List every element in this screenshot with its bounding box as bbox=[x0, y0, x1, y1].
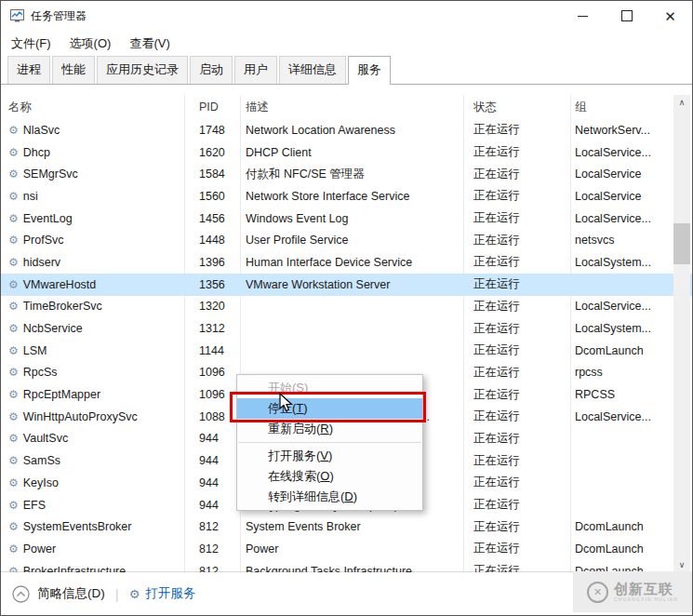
service-gear-icon: ⚙ bbox=[8, 521, 19, 532]
mouse-cursor bbox=[279, 393, 294, 417]
service-row-SystemEventsBroker[interactable]: ⚙SystemEventsBroker812System Events Brok… bbox=[1, 516, 692, 538]
service-row-NlaSvc[interactable]: ⚙NlaSvc1748Network Location Awareness正在运… bbox=[1, 119, 692, 141]
service-name: ⚙BrokerInfrastructure bbox=[1, 565, 184, 572]
tab-6-active[interactable]: 服务 bbox=[348, 56, 391, 85]
service-desc: System Events Broker bbox=[240, 520, 463, 533]
context-menu-item-D[interactable]: 转到详细信息(D) bbox=[237, 487, 422, 507]
service-status: 正在运行 bbox=[463, 497, 570, 513]
service-gear-icon: ⚙ bbox=[8, 566, 19, 572]
service-row-ProfSvc[interactable]: ⚙ProfSvc1448User Profile Service正在运行nets… bbox=[1, 229, 692, 251]
column-header-pid[interactable]: ∨PID bbox=[184, 100, 240, 114]
service-name: ⚙EFS bbox=[1, 499, 184, 512]
open-services-link[interactable]: ⚙ 打开服务 bbox=[129, 585, 196, 602]
service-group: LocalService bbox=[570, 167, 673, 181]
service-row-hidserv[interactable]: ⚙hidserv1396Human Interface Device Servi… bbox=[1, 251, 692, 274]
service-row-SEMgrSvc[interactable]: ⚙SEMgrSvc1584付款和 NFC/SE 管理器正在运行LocalServ… bbox=[1, 163, 692, 185]
menu-item-0[interactable]: 文件(F) bbox=[11, 35, 51, 52]
service-name: ⚙SEMgrSvc bbox=[1, 167, 184, 181]
service-row-LSM[interactable]: ⚙LSM1144正在运行DcomLaunch bbox=[1, 340, 692, 362]
service-row-VMwareHostd[interactable]: ⚙VMwareHostd1356VMware Workstation Serve… bbox=[1, 274, 692, 296]
service-pid: 1620 bbox=[184, 146, 240, 159]
service-name: ⚙NcbService bbox=[1, 322, 184, 335]
column-header-name[interactable]: 名称 bbox=[1, 100, 184, 115]
service-status: 正在运行 bbox=[463, 342, 570, 358]
service-desc: DHCP Client bbox=[240, 146, 463, 159]
service-pid: 1144 bbox=[184, 344, 240, 357]
column-header-status[interactable]: 状态 bbox=[463, 100, 570, 115]
services-gear-icon: ⚙ bbox=[129, 588, 140, 600]
service-status: 正在运行 bbox=[463, 563, 570, 572]
service-row-NcbService[interactable]: ⚙NcbService1312正在运行LocalSystem... bbox=[1, 317, 692, 340]
close-button[interactable]: ✕ bbox=[648, 1, 692, 31]
maximize-button[interactable] bbox=[605, 1, 648, 31]
context-menu-item-V[interactable]: 打开服务(V) bbox=[237, 446, 422, 466]
service-pid: 1456 bbox=[184, 212, 240, 225]
tab-1[interactable]: 性能 bbox=[52, 56, 95, 84]
service-group: LocalService... bbox=[570, 212, 673, 225]
service-status: 正在运行 bbox=[463, 321, 570, 337]
service-gear-icon: ⚙ bbox=[8, 191, 19, 202]
service-gear-icon: ⚙ bbox=[8, 168, 19, 180]
scroll-up-icon[interactable]: ∧ bbox=[673, 95, 690, 110]
minimize-icon bbox=[578, 16, 588, 17]
service-gear-icon: ⚙ bbox=[8, 147, 19, 158]
vertical-scrollbar[interactable]: ∧ ∨ bbox=[673, 95, 690, 572]
scroll-down-icon[interactable]: ∨ bbox=[673, 557, 690, 572]
service-row-nsi[interactable]: ⚙nsi1560Network Store Interface Service正… bbox=[1, 185, 692, 208]
service-row-Power[interactable]: ⚙Power812Power正在运行DcomLaunch bbox=[1, 538, 692, 560]
service-pid: 1320 bbox=[184, 300, 240, 313]
tab-4[interactable]: 用户 bbox=[234, 56, 277, 84]
menu-item-1[interactable]: 选项(O) bbox=[70, 35, 112, 52]
service-gear-icon: ⚙ bbox=[8, 125, 19, 136]
service-row-EventLog[interactable]: ⚙EventLog1456Windows Event Log正在运行LocalS… bbox=[1, 208, 692, 230]
service-desc: Network Store Interface Service bbox=[240, 190, 463, 203]
tab-5[interactable]: 详细信息 bbox=[279, 56, 346, 84]
service-desc: Human Interface Device Service bbox=[240, 256, 463, 269]
service-name: ⚙WinHttpAutoProxySvc bbox=[1, 410, 184, 423]
minimize-button[interactable] bbox=[561, 1, 605, 31]
context-menu-item-O[interactable]: 在线搜索(O) bbox=[237, 466, 422, 487]
service-status: 正在运行 bbox=[463, 519, 570, 535]
tab-3[interactable]: 启动 bbox=[190, 56, 233, 84]
tab-0[interactable]: 进程 bbox=[7, 56, 50, 84]
service-status: 正在运行 bbox=[463, 188, 570, 204]
service-pid: 944 bbox=[184, 454, 240, 467]
window-title: 任务管理器 bbox=[31, 8, 87, 24]
column-header-desc[interactable]: 描述 bbox=[240, 100, 463, 115]
close-icon: ✕ bbox=[664, 9, 676, 23]
title-bar: 任务管理器 ✕ bbox=[1, 1, 692, 31]
scrollbar-thumb[interactable] bbox=[673, 223, 690, 264]
service-group: LocalService... bbox=[570, 300, 673, 313]
task-manager-window: 任务管理器 ✕ 文件(F)选项(O)查看(V) 进程性能应用历史记录启动用户详细… bbox=[0, 0, 693, 616]
service-gear-icon: ⚙ bbox=[8, 279, 19, 290]
service-name: ⚙hidserv bbox=[1, 256, 184, 269]
service-row-BrokerInfrastructure[interactable]: ⚙BrokerInfrastructure812Background Tasks… bbox=[1, 560, 692, 572]
service-name: ⚙RpcSs bbox=[1, 366, 184, 379]
service-name: ⚙LSM bbox=[1, 344, 184, 357]
service-name: ⚙VMwareHostd bbox=[1, 278, 184, 291]
context-menu-separator bbox=[238, 442, 421, 443]
chevron-up-circle-icon bbox=[12, 585, 30, 603]
table-header: 名称 ∨PID 描述 状态 组 bbox=[1, 95, 692, 119]
service-pid: 1448 bbox=[184, 234, 240, 247]
tab-2[interactable]: 应用历史记录 bbox=[97, 56, 188, 84]
menu-item-2[interactable]: 查看(V) bbox=[129, 35, 169, 52]
service-desc: Network Location Awareness bbox=[240, 124, 463, 137]
service-status: 正在运行 bbox=[463, 387, 570, 403]
service-status: 正在运行 bbox=[463, 408, 570, 424]
menu-bar: 文件(F)选项(O)查看(V) bbox=[1, 31, 692, 57]
service-status: 正在运行 bbox=[463, 233, 570, 248]
service-desc: VMware Workstation Server bbox=[240, 278, 463, 291]
service-gear-icon: ⚙ bbox=[8, 257, 19, 268]
fewer-details-toggle[interactable]: 简略信息(D) bbox=[12, 585, 105, 603]
service-gear-icon: ⚙ bbox=[8, 477, 19, 489]
service-name: ⚙VaultSvc bbox=[1, 432, 184, 445]
tab-bar: 进程性能应用历史记录启动用户详细信息服务 bbox=[1, 57, 692, 85]
service-row-Dhcp[interactable]: ⚙Dhcp1620DHCP Client正在运行LocalService... bbox=[1, 141, 692, 164]
service-pid: 812 bbox=[184, 542, 240, 556]
watermark-brand: 创新互联 bbox=[614, 582, 678, 597]
service-row-TimeBrokerSvc[interactable]: ⚙TimeBrokerSvc1320正在运行LocalService... bbox=[1, 296, 692, 318]
service-gear-icon: ⚙ bbox=[8, 433, 19, 444]
column-header-group[interactable]: 组 bbox=[570, 100, 673, 115]
service-gear-icon: ⚙ bbox=[8, 323, 19, 334]
